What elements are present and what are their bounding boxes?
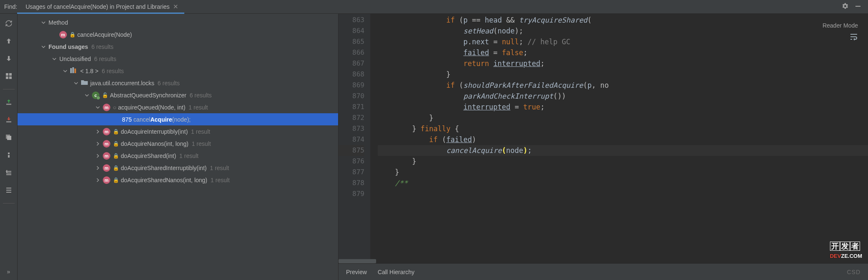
arrow-up-icon[interactable]	[3, 35, 15, 47]
separator	[3, 89, 15, 89]
chevron-down-icon[interactable]	[40, 43, 47, 50]
expand-all-icon[interactable]	[3, 166, 15, 179]
reader-mode-toggle[interactable]: Reader Mode	[822, 22, 858, 43]
lock-icon: 🔒	[113, 177, 119, 183]
svg-rect-9	[8, 153, 10, 154]
chevron-right-icon[interactable]	[94, 128, 101, 135]
group-icon[interactable]	[3, 70, 15, 82]
export-icon[interactable]	[3, 114, 15, 126]
chevron-down-icon[interactable]	[94, 104, 101, 111]
tree-label: Unclassified	[59, 56, 91, 62]
chevron-right-icon[interactable]	[94, 177, 101, 183]
tab-preview[interactable]: Preview	[346, 269, 367, 275]
method-icon: m	[103, 164, 110, 172]
folder-icon	[81, 79, 88, 87]
method-icon: m	[59, 31, 67, 38]
chevron-right-icon[interactable]	[94, 140, 101, 147]
tree-label: java.util.concurrent.locks	[90, 80, 154, 87]
svg-rect-2	[9, 73, 12, 76]
svg-rect-6	[6, 121, 11, 122]
tree-label: AbstractQueuedSynchronizer	[110, 92, 186, 99]
tree-node-method-item[interactable]: m🔒doAcquireSharedInterruptibly(int) 1 re…	[18, 162, 338, 174]
chevron-down-icon[interactable]	[51, 56, 58, 62]
chevron-down-icon[interactable]	[62, 68, 69, 74]
method-icon: m	[103, 140, 110, 148]
tree-node-method-item[interactable]: m🔒doAcquireInterruptibly(int) 1 result	[18, 125, 338, 137]
chevron-down-icon[interactable]	[40, 19, 47, 26]
tree-node-method[interactable]: Method	[18, 16, 338, 28]
arrow-down-icon[interactable]	[3, 52, 15, 65]
bottom-tabs: Preview Call Hierarchy CSD	[339, 263, 868, 280]
brand-watermark: CSD	[847, 269, 860, 275]
gear-icon[interactable]	[842, 3, 849, 11]
tree-label: doAcquireSharedInterruptibly(int)	[121, 165, 206, 171]
tree-node-usage[interactable]: 875 cancelAcquire(node);	[18, 113, 338, 125]
circle-icon: ○	[113, 104, 116, 111]
chevron-right-icon[interactable]	[94, 153, 101, 159]
close-icon[interactable]: ✕	[173, 3, 178, 10]
expand-tool-window-icon[interactable]: »	[3, 267, 15, 276]
find-tab-title: Usages of cancelAcquire(Node) in Project…	[25, 3, 170, 10]
tree-node-class[interactable]: c 🔓 AbstractQueuedSynchronizer 6 results	[18, 89, 338, 101]
lock-icon: 🔒	[69, 32, 76, 38]
tree-node-unclassified[interactable]: Unclassified 6 results	[18, 53, 338, 65]
svg-rect-0	[855, 6, 860, 7]
tree-label: doAcquireNanos(int, long)	[121, 140, 188, 147]
tree-label: cancelAcquire(Node)	[77, 31, 132, 38]
result-count: 1 result	[179, 153, 199, 159]
result-count: 1 result	[211, 177, 230, 183]
tree-node-method-sig[interactable]: m 🔒 cancelAcquire(Node)	[18, 28, 338, 41]
svg-rect-3	[6, 76, 8, 79]
svg-rect-8	[7, 136, 11, 140]
editor-gutter: 8638648658668678688698708718728738748758…	[339, 14, 370, 259]
lock-icon: 🔒	[113, 165, 119, 171]
tree-label: < 1.8 >	[80, 68, 99, 74]
info-icon[interactable]	[3, 149, 15, 161]
minimize-icon[interactable]	[855, 3, 861, 11]
tree-node-method-item[interactable]: m🔒doAcquireShared(int) 1 result	[18, 150, 338, 162]
class-icon: c	[92, 92, 99, 99]
chevron-right-icon[interactable]	[94, 165, 101, 171]
svg-rect-11	[70, 68, 72, 73]
result-count: 6 results	[102, 68, 124, 74]
editor-code[interactable]: if (p == head && tryAcquireShared( setHe…	[370, 14, 868, 259]
tree-label: doAcquireShared(int)	[121, 153, 176, 159]
watermark-logo: 开发者 DEVZE.COM	[830, 241, 862, 260]
method-icon: m	[103, 104, 110, 111]
svg-rect-13	[74, 69, 76, 73]
chevron-down-icon[interactable]	[73, 80, 79, 87]
tree-label: Found usages	[48, 43, 88, 50]
scrollbar-thumb[interactable]	[339, 259, 376, 263]
horizontal-scrollbar[interactable]	[339, 259, 868, 263]
tree-label: doAcquireSharedNanos(int, long)	[121, 177, 207, 183]
svg-rect-4	[9, 76, 12, 79]
library-icon	[70, 67, 78, 75]
lock-icon: 🔒	[113, 141, 119, 147]
tree-node-package[interactable]: java.util.concurrent.locks 6 results	[18, 77, 338, 89]
import-icon[interactable]	[3, 96, 15, 109]
unlock-icon: 🔓	[102, 92, 108, 98]
method-icon: m	[103, 176, 110, 184]
lock-icon: 🔒	[113, 153, 119, 159]
tree-label: acquireQueued(Node, int)	[118, 104, 185, 111]
tree-node-method-item[interactable]: m○acquireQueued(Node, int) 1 result	[18, 101, 338, 113]
lock-icon: 🔒	[113, 129, 119, 135]
usages-tree[interactable]: Method m 🔒 cancelAcquire(Node) Found usa…	[18, 14, 339, 280]
result-count: 1 result	[192, 140, 211, 147]
chevron-down-icon[interactable]	[84, 92, 90, 99]
tree-label: doAcquireInterruptibly(int)	[121, 128, 188, 135]
find-tab[interactable]: Usages of cancelAcquire(Node) in Project…	[24, 0, 180, 13]
tree-label: Method	[48, 19, 68, 26]
find-label: Find:	[4, 3, 17, 10]
collapse-all-icon[interactable]	[3, 184, 15, 196]
stack-icon[interactable]	[3, 131, 15, 144]
tree-node-found-usages[interactable]: Found usages 6 results	[18, 41, 338, 53]
wrap-icon[interactable]	[850, 33, 858, 43]
tree-node-lib[interactable]: < 1.8 > 6 results	[18, 65, 338, 77]
refresh-icon[interactable]	[3, 17, 15, 30]
tree-node-method-item[interactable]: m🔒doAcquireNanos(int, long) 1 result	[18, 137, 338, 150]
result-count: 1 result	[191, 128, 210, 135]
tab-call-hierarchy[interactable]: Call Hierarchy	[378, 269, 415, 275]
tree-node-method-item[interactable]: m🔒doAcquireSharedNanos(int, long) 1 resu…	[18, 174, 338, 186]
svg-rect-1	[6, 73, 8, 76]
